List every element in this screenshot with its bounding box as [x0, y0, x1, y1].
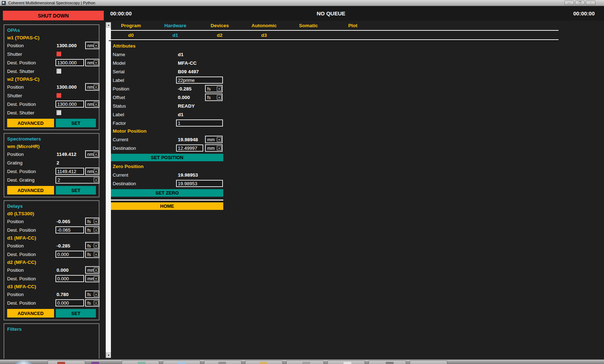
destination-input[interactable] [55, 168, 84, 175]
unit-select[interactable]: fs▼ [85, 299, 99, 307]
set-button[interactable]: SET [56, 309, 96, 318]
scroll-down-icon[interactable]: ▼ [106, 353, 111, 358]
chevron-down-icon[interactable]: ▼ [94, 244, 98, 248]
unit-select[interactable]: fs▼ [85, 218, 99, 225]
advanced-button[interactable]: ADVANCED [7, 309, 54, 318]
unit-select[interactable]: mm▼ [205, 136, 223, 143]
minimize-button[interactable]: — [564, 1, 574, 5]
unit-select-value: nm [86, 43, 94, 48]
windows-taskbar[interactable] [0, 359, 604, 364]
text-input[interactable] [176, 77, 223, 84]
chevron-down-icon[interactable]: ▼ [94, 219, 98, 224]
shutdown-button[interactable]: SHUT DOWN [3, 11, 104, 20]
unit-select[interactable]: nm▼ [85, 83, 99, 91]
destination-input[interactable] [55, 299, 84, 306]
tab-hardware[interactable]: Hardware [153, 22, 198, 29]
section-buttons: ADVANCEDSET [7, 186, 96, 195]
field-row-name: Named1 [111, 50, 223, 59]
field-row-shutter: Shutter [4, 91, 99, 100]
unit-select[interactable]: nm▼ [85, 168, 99, 175]
window-title: Coherent Multidimensional Spectroscopy |… [8, 1, 95, 5]
device-tab-d2[interactable]: d2 [198, 32, 242, 39]
unit-select[interactable]: mm▼ [205, 144, 223, 152]
destination-input[interactable] [176, 144, 203, 152]
chevron-down-icon[interactable]: ▼ [94, 43, 98, 48]
destination-input[interactable] [55, 100, 84, 108]
unit-select[interactable]: fs▼ [85, 291, 99, 298]
tab-autonomic[interactable]: Autonomic [242, 22, 286, 29]
chevron-down-icon[interactable]: ▼ [94, 152, 98, 157]
start-button[interactable] [14, 360, 34, 364]
text-input[interactable] [176, 180, 223, 187]
attributes-rows: Named1ModelMFA-CCSerialB09 4497LabelPosi… [111, 50, 223, 127]
chevron-down-icon[interactable]: ▼ [94, 301, 98, 305]
chevron-down-icon[interactable]: ▼ [94, 292, 98, 297]
field-value: 19.98953 [178, 172, 198, 178]
chevron-down-icon[interactable]: ▼ [94, 178, 98, 182]
dest-shutter-checkbox[interactable] [57, 110, 61, 115]
chevron-down-icon[interactable]: ▼ [217, 137, 221, 142]
unit-select[interactable]: mm▼ [85, 275, 99, 282]
tab-somatic[interactable]: Somatic [286, 22, 331, 29]
unit-select[interactable]: fs▼ [85, 226, 99, 234]
tab-plot[interactable]: Plot [331, 22, 375, 29]
destination-input[interactable] [55, 275, 84, 282]
chevron-down-icon[interactable]: ▼ [94, 60, 98, 65]
text-input[interactable] [176, 119, 223, 127]
unit-select[interactable]: nm▼ [85, 151, 99, 158]
chevron-down-icon[interactable]: ▼ [94, 276, 98, 281]
field-row-dest-position: Dest. Positionnm▼ [4, 100, 99, 108]
unit-select[interactable]: fs▼ [205, 94, 223, 101]
restore-button[interactable]: ❐ [575, 1, 585, 5]
dest-shutter-checkbox[interactable] [57, 69, 61, 74]
unit-select[interactable]: fs▼ [205, 85, 223, 93]
advanced-button[interactable]: ADVANCED [7, 119, 54, 127]
chevron-down-icon[interactable]: ▼ [94, 252, 98, 257]
unit-select[interactable]: fs▼ [85, 251, 99, 258]
tab-devices[interactable]: Devices [198, 22, 242, 29]
chevron-down-icon[interactable]: ▼ [217, 146, 221, 151]
destination-input[interactable] [55, 226, 84, 233]
device-tab-d3[interactable]: d3 [242, 32, 286, 39]
advanced-button[interactable]: ADVANCED [7, 186, 54, 195]
taskbar-button[interactable] [48, 360, 85, 364]
set-position-button[interactable]: SET POSITION [111, 154, 223, 161]
set-zero-button[interactable]: SET ZERO [111, 189, 223, 197]
field-label: Dest. Shutter [7, 69, 34, 74]
section-title: OPAs [4, 26, 99, 34]
set-button[interactable]: SET [56, 119, 96, 127]
chevron-down-icon[interactable]: ▼ [217, 95, 221, 100]
device-tab-d1[interactable]: d1 [153, 32, 198, 39]
chevron-down-icon[interactable]: ▼ [94, 228, 98, 232]
tab-program[interactable]: Program [109, 22, 153, 29]
chevron-down-icon[interactable]: ▼ [94, 268, 98, 272]
taskbar-app-icon [302, 362, 310, 364]
destination-input[interactable] [55, 59, 84, 66]
set-button[interactable]: SET [56, 186, 96, 195]
unit-select-value: mm [86, 267, 94, 272]
unit-select[interactable]: fs▼ [85, 242, 99, 250]
device-panel: Attributes Named1ModelMFA-CCSerialB09 44… [111, 42, 223, 211]
chevron-down-icon[interactable]: ▼ [94, 169, 98, 174]
motor-position-header: Motor Position [111, 127, 223, 135]
unit-select[interactable]: nm▼ [85, 59, 99, 67]
field-row-grating: Grating2 [4, 158, 99, 167]
sidebar-scrollbar[interactable]: ▲ ▼ [106, 22, 111, 358]
destination-input[interactable] [55, 251, 84, 258]
grating-select[interactable]: 2▼ [55, 176, 99, 184]
chevron-down-icon[interactable]: ▼ [94, 85, 98, 89]
field-label: Dest. Position [7, 60, 36, 65]
chevron-down-icon[interactable]: ▼ [94, 102, 98, 107]
home-button[interactable]: HOME [111, 202, 223, 210]
unit-select[interactable]: nm▼ [85, 100, 99, 108]
unit-select[interactable]: mm▼ [85, 266, 99, 274]
hardware-sidebar: OPAsw1 (TOPAS-C)Position1300.000nm▼Shutt… [3, 22, 100, 359]
chevron-down-icon[interactable]: ▼ [217, 87, 221, 91]
device-tab-d0[interactable]: d0 [109, 32, 153, 39]
taskbar-button[interactable] [410, 360, 447, 364]
close-button[interactable]: ✕ [586, 1, 595, 5]
field-label: Destination [113, 146, 136, 151]
taskbar-app-icon [91, 362, 99, 364]
unit-select[interactable]: nm▼ [85, 42, 99, 49]
field-label: Grating [7, 160, 23, 166]
